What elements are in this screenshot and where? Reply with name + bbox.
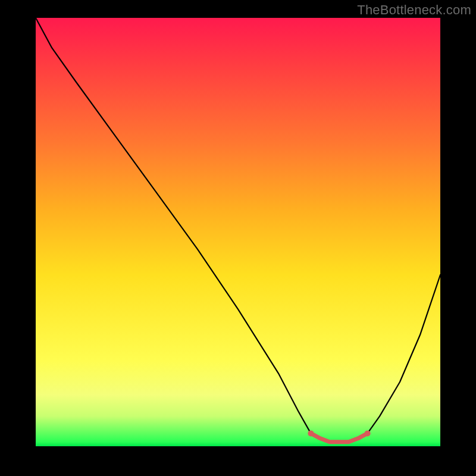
plot-area <box>36 18 440 446</box>
curve-svg <box>36 18 440 446</box>
highlight-segment <box>311 433 367 441</box>
highlight-endpoint-left <box>308 430 314 436</box>
bottleneck-curve <box>36 18 440 442</box>
watermark-text: TheBottleneck.com <box>357 2 471 18</box>
highlight-endpoint-right <box>365 430 371 436</box>
chart-container: TheBottleneck.com <box>0 0 476 476</box>
